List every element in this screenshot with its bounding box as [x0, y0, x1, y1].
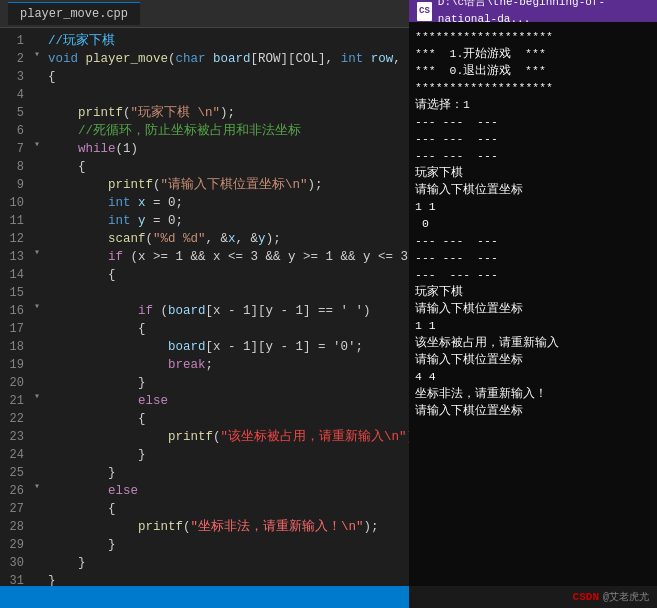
terminal-line: 请输入下棋位置坐标 [415, 351, 651, 368]
terminal-line: 玩家下棋 [415, 283, 651, 300]
fold-indicator [30, 118, 44, 136]
terminal-line: 坐标非法，请重新输入！ [415, 385, 651, 402]
code-line: int x = 0; [44, 194, 420, 212]
fold-indicator [30, 442, 44, 460]
fold-indicator [30, 496, 44, 514]
line-number: 5 [0, 104, 24, 122]
code-editor: player_move.cpp 123456789101112131415161… [0, 0, 420, 608]
line-number: 13 [0, 248, 24, 266]
fold-indicator[interactable]: ▾ [30, 244, 44, 262]
terminal-line: 玩家下棋 [415, 164, 651, 181]
terminal-line: 4 4 [415, 368, 651, 385]
terminal-content[interactable]: *********************** 1.开始游戏 ****** 0.… [409, 22, 657, 586]
line-number: 4 [0, 86, 24, 104]
fold-indicator [30, 82, 44, 100]
fold-indicator[interactable]: ▾ [30, 478, 44, 496]
terminal-footer: CSDN @艾老虎尤 [409, 586, 657, 608]
line-number: 9 [0, 176, 24, 194]
fold-indicator[interactable]: ▾ [30, 136, 44, 154]
terminal-line: 请输入下棋位置坐标 [415, 300, 651, 317]
fold-indicator [30, 352, 44, 370]
line-number: 12 [0, 230, 24, 248]
code-line: while(1) [44, 140, 420, 158]
code-line: } [44, 446, 420, 464]
terminal-panel: CS D:\c语言\the-beginning-of-national-da..… [409, 0, 657, 608]
fold-indicator [30, 190, 44, 208]
watermark-label: @艾老虎尤 [603, 589, 649, 606]
code-line: void player_move(char board[ROW][COL], i… [44, 50, 420, 68]
code-line: printf("该坐标被占用，请重新输入\n"): [44, 428, 420, 446]
line-number: 11 [0, 212, 24, 230]
code-line: } [44, 554, 420, 572]
fold-indicator [30, 532, 44, 550]
fold-indicator [30, 316, 44, 334]
terminal-line: ******************** [415, 28, 651, 45]
code-line [44, 284, 420, 302]
line-numbers: 1234567891011121314151617181920212223242… [0, 28, 30, 608]
line-number: 27 [0, 500, 24, 518]
line-number: 16 [0, 302, 24, 320]
csdn-label: CSDN [573, 589, 599, 606]
terminal-line: 该坐标被占用，请重新输入 [415, 334, 651, 351]
code-line: printf("请输入下棋位置坐标\n"); [44, 176, 420, 194]
fold-indicator [30, 280, 44, 298]
terminal-line: *** 0.退出游戏 *** [415, 62, 651, 79]
fold-indicator [30, 28, 44, 46]
cs-icon: CS [417, 2, 432, 21]
terminal-line: --- --- --- [415, 147, 651, 164]
line-number: 24 [0, 446, 24, 464]
line-number: 3 [0, 68, 24, 86]
fold-indicator [30, 334, 44, 352]
line-number: 15 [0, 284, 24, 302]
fold-indicator [30, 370, 44, 388]
code-line [44, 86, 420, 104]
code-line: scanf("%d %d", &x, &y); [44, 230, 420, 248]
code-line: } [44, 374, 420, 392]
terminal-line: --- --- --- [415, 113, 651, 130]
terminal-line: 1 1 [415, 198, 651, 215]
terminal-title: D:\c语言\the-beginning-of-national-da... [438, 0, 649, 28]
fold-indicator[interactable]: ▾ [30, 46, 44, 64]
line-number: 23 [0, 428, 24, 446]
line-number: 30 [0, 554, 24, 572]
line-number: 26 [0, 482, 24, 500]
fold-indicator [30, 550, 44, 568]
terminal-line: --- --- --- [415, 266, 651, 283]
fold-indicator[interactable]: ▾ [30, 388, 44, 406]
fold-indicator [30, 208, 44, 226]
fold-indicator [30, 460, 44, 478]
line-number: 14 [0, 266, 24, 284]
code-content: 1234567891011121314151617181920212223242… [0, 28, 420, 608]
code-line: { [44, 158, 420, 176]
terminal-line: 请输入下棋位置坐标 [415, 181, 651, 198]
line-number: 17 [0, 320, 24, 338]
terminal-line: --- --- --- [415, 232, 651, 249]
line-number: 8 [0, 158, 24, 176]
line-number: 10 [0, 194, 24, 212]
code-line: int y = 0; [44, 212, 420, 230]
fold-indicator [30, 262, 44, 280]
code-line: if (board[x - 1][y - 1] == ' ') [44, 302, 420, 320]
fold-gutter: ▾▾▾▾▾▾ [30, 28, 44, 608]
fold-indicator[interactable]: ▾ [30, 298, 44, 316]
terminal-line: *** 1.开始游戏 *** [415, 45, 651, 62]
terminal-line: --- --- --- [415, 130, 651, 147]
code-line: } [44, 464, 420, 482]
code-line: printf("玩家下棋 \n"); [44, 104, 420, 122]
code-line: //玩家下棋 [44, 32, 420, 50]
fold-indicator [30, 154, 44, 172]
terminal-line: 0 [415, 215, 651, 232]
line-number: 29 [0, 536, 24, 554]
fold-indicator [30, 406, 44, 424]
code-line: //死循环，防止坐标被占用和非法坐标 [44, 122, 420, 140]
fold-indicator [30, 568, 44, 586]
fold-indicator [30, 514, 44, 532]
code-lines: //玩家下棋void player_move(char board[ROW][C… [44, 28, 420, 608]
fold-indicator [30, 100, 44, 118]
fold-indicator [30, 424, 44, 442]
code-line: { [44, 68, 420, 86]
editor-header: player_move.cpp [0, 0, 420, 28]
code-line: if (x >= 1 && x <= 3 && y >= 1 && y <= 3… [44, 248, 420, 266]
code-line: printf("坐标非法，请重新输入！\n"); [44, 518, 420, 536]
editor-tab[interactable]: player_move.cpp [8, 2, 140, 25]
